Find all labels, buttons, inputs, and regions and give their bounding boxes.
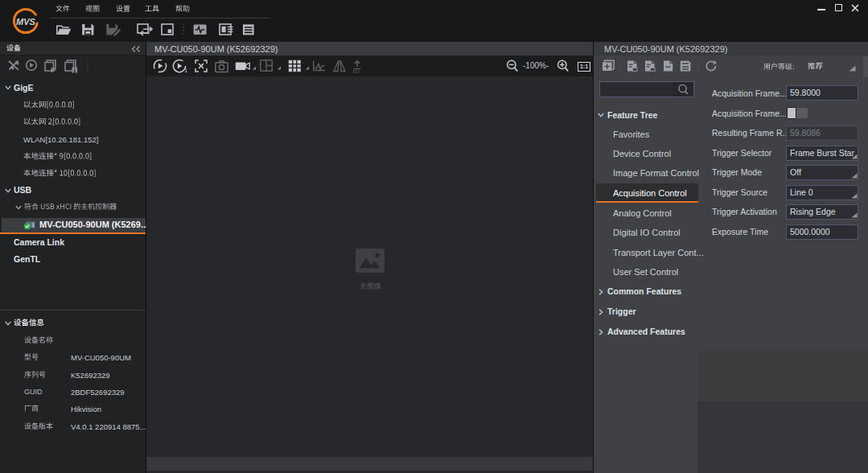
svg-text:ROI: ROI	[353, 70, 360, 74]
svg-text:MVS: MVS	[16, 17, 36, 27]
svg-text:1: 1	[184, 68, 187, 73]
